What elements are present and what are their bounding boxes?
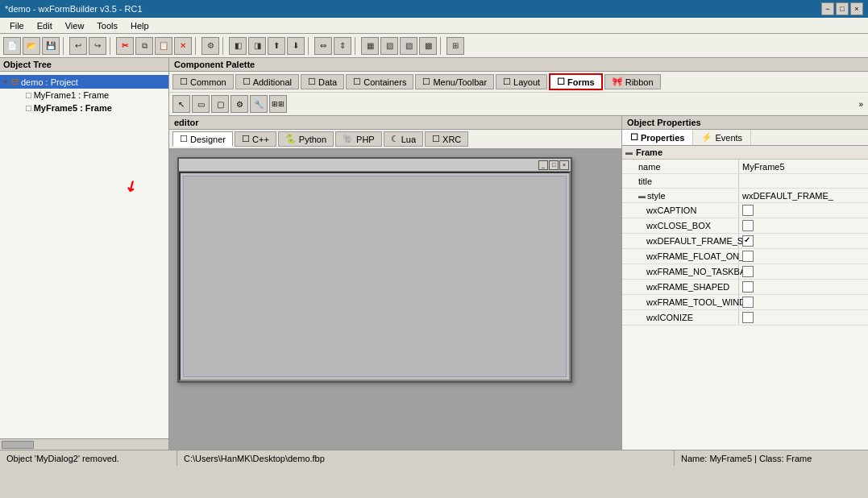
prop-value-wxcaption[interactable] bbox=[739, 203, 868, 218]
copy-button[interactable]: ⧉ bbox=[135, 37, 153, 55]
frame-close-button[interactable]: × bbox=[559, 160, 569, 170]
tab-common[interactable]: ☐ Common bbox=[172, 74, 234, 89]
frame-window[interactable]: _ □ × bbox=[177, 157, 572, 383]
section-collapse-icon[interactable]: ▬ bbox=[625, 148, 633, 156]
grid-button-1[interactable]: ▦ bbox=[361, 37, 379, 55]
forms-tab-label: Forms bbox=[567, 77, 595, 87]
grid-button-4[interactable]: ▩ bbox=[419, 37, 437, 55]
prop-value-name[interactable]: MyFrame5 bbox=[739, 160, 868, 173]
tab-properties[interactable]: ☐ Properties bbox=[622, 130, 693, 145]
checkbox-wxframeshaped[interactable] bbox=[742, 281, 754, 293]
checkbox-wxdefaultframe[interactable]: ✓ bbox=[742, 235, 754, 247]
wrench-tool[interactable]: 🔧 bbox=[250, 95, 268, 113]
prop-value-title[interactable] bbox=[739, 174, 868, 188]
tab-php[interactable]: 🐘 PHP bbox=[335, 131, 382, 147]
paste-button[interactable]: 📋 bbox=[155, 37, 172, 55]
tab-forms[interactable]: ☐ Forms bbox=[549, 73, 603, 90]
tab-additional[interactable]: ☐ Additional bbox=[235, 74, 299, 89]
checkbox-wxframetoolwind[interactable] bbox=[742, 297, 754, 308]
containers-tab-label: Containers bbox=[363, 77, 406, 87]
settings-tool[interactable]: ⚙ bbox=[230, 95, 248, 113]
prop-value-wxframeshaped[interactable] bbox=[739, 280, 868, 294]
prop-name-wxclosebox: wxCLOSE_BOX bbox=[622, 218, 739, 233]
checkbox-wxiconize[interactable] bbox=[742, 312, 754, 323]
app-title: *demo - wxFormBuilder v3.5 - RC1 bbox=[5, 4, 143, 14]
close-button[interactable]: × bbox=[850, 2, 863, 15]
tab-python[interactable]: 🐍 Python bbox=[278, 131, 334, 147]
expand-v-button[interactable]: ⇕ bbox=[334, 37, 351, 55]
tab-data[interactable]: ☐ Data bbox=[301, 74, 344, 89]
scrollbar-thumb[interactable] bbox=[2, 441, 34, 449]
toolbar-separator-2 bbox=[110, 37, 113, 55]
checkbox-wxframenotaskba[interactable] bbox=[742, 266, 754, 277]
prop-name-wxiconize: wxICONIZE bbox=[622, 310, 739, 325]
tab-designer[interactable]: ☐ Designer bbox=[172, 131, 233, 147]
tree-horizontal-scrollbar[interactable] bbox=[0, 438, 168, 450]
forms-tab-icon: ☐ bbox=[557, 77, 565, 87]
open-button[interactable]: 📂 bbox=[23, 37, 40, 55]
grid-button-3[interactable]: ▨ bbox=[400, 37, 417, 55]
section-frame: ▬ Frame bbox=[622, 146, 868, 160]
new-button[interactable]: 📄 bbox=[3, 37, 21, 55]
save-button[interactable]: 💾 bbox=[42, 37, 60, 55]
prop-value-wxframetoolwind[interactable] bbox=[739, 295, 868, 309]
frame-minimize-button[interactable]: _ bbox=[538, 160, 548, 170]
code-button[interactable]: ⊞ bbox=[446, 37, 464, 55]
menu-file[interactable]: File bbox=[3, 19, 31, 32]
object-tree-content[interactable]: ▼ ⊟ demo : Project □ MyFrame1 : Frame □ … bbox=[0, 72, 168, 438]
prop-name-wxdefaultframe: wxDEFAULT_FRAME_ST bbox=[622, 234, 739, 248]
tree-item-frame1[interactable]: □ MyFrame1 : Frame bbox=[0, 89, 168, 102]
checkbox-wxcaption[interactable] bbox=[742, 205, 754, 216]
prop-name-wxframefloat: wxFRAME_FLOAT_ON_F bbox=[622, 249, 739, 264]
prop-value-wxclosebox[interactable] bbox=[739, 218, 868, 233]
tab-cpp[interactable]: ☐ C++ bbox=[235, 131, 276, 147]
select-tool[interactable]: ↖ bbox=[172, 95, 190, 113]
align-top-button[interactable]: ⬆ bbox=[268, 37, 285, 55]
cut-button[interactable]: ✂ bbox=[116, 37, 134, 55]
tab-events[interactable]: ⚡ Events bbox=[693, 130, 751, 145]
grid-button-2[interactable]: ▧ bbox=[380, 37, 398, 55]
prop-value-wxdefaultframe[interactable]: ✓ bbox=[739, 234, 868, 248]
menu-view[interactable]: View bbox=[59, 19, 91, 32]
prop-name-style: ▬ style bbox=[622, 189, 739, 202]
tab-ribbon[interactable]: 🎀 Ribbon bbox=[604, 74, 661, 89]
minimize-button[interactable]: − bbox=[821, 2, 834, 15]
checkbox-wxframefloat[interactable] bbox=[742, 251, 754, 262]
tree-item-demo[interactable]: ▼ ⊟ demo : Project bbox=[0, 75, 168, 89]
dialog-tool[interactable]: ▢ bbox=[211, 95, 229, 113]
tab-xrc[interactable]: ☐ XRC bbox=[425, 131, 468, 147]
delete-button[interactable]: ✕ bbox=[174, 37, 192, 55]
prop-value-style[interactable]: wxDEFAULT_FRAME_ bbox=[739, 189, 868, 202]
cpp-tab-label: C++ bbox=[252, 135, 269, 144]
menu-help[interactable]: Help bbox=[124, 19, 156, 32]
prop-value-wxiconize[interactable] bbox=[739, 310, 868, 325]
frame-maximize-button[interactable]: □ bbox=[549, 160, 559, 170]
undo-button[interactable]: ↩ bbox=[69, 37, 87, 55]
prop-row-name: name MyFrame5 bbox=[622, 160, 868, 174]
align-right-button[interactable]: ◨ bbox=[248, 37, 266, 55]
expand-h-button[interactable]: ⇔ bbox=[314, 37, 332, 55]
align-bottom-button[interactable]: ⬇ bbox=[287, 37, 305, 55]
tab-layout[interactable]: ☐ Layout bbox=[496, 74, 547, 89]
prop-value-wxframenotaskba[interactable] bbox=[739, 264, 868, 279]
tab-lua[interactable]: ☾ Lua bbox=[384, 131, 423, 147]
checkbox-wxclosebox[interactable] bbox=[742, 220, 754, 231]
style-collapse-icon[interactable]: ▬ bbox=[638, 192, 646, 200]
tab-containers[interactable]: ☐ Containers bbox=[346, 74, 413, 89]
tab-menu-toolbar[interactable]: ☐ Menu/Toolbar bbox=[415, 74, 494, 89]
tree-item-frame5[interactable]: □ MyFrame5 : Frame bbox=[0, 102, 168, 114]
settings-button[interactable]: ⚙ bbox=[201, 37, 219, 55]
ribbon-tab-icon: 🎀 bbox=[612, 77, 623, 87]
menu-edit[interactable]: Edit bbox=[31, 19, 59, 32]
lua-tab-icon: ☾ bbox=[391, 134, 399, 144]
frame-tool[interactable]: ▭ bbox=[192, 95, 210, 113]
grid-tool[interactable]: ⊞⊞ bbox=[269, 95, 287, 113]
redo-button[interactable]: ↪ bbox=[89, 37, 106, 55]
palette-more-button[interactable]: » bbox=[857, 98, 865, 110]
editor-tabs: ☐ Designer ☐ C++ 🐍 Python 🐘 PHP bbox=[169, 130, 621, 149]
maximize-button[interactable]: □ bbox=[836, 2, 849, 15]
layout-tab-icon: ☐ bbox=[503, 77, 511, 87]
menu-tools[interactable]: Tools bbox=[90, 19, 124, 32]
prop-value-wxframefloat[interactable] bbox=[739, 249, 868, 264]
align-left-button[interactable]: ◧ bbox=[229, 37, 247, 55]
